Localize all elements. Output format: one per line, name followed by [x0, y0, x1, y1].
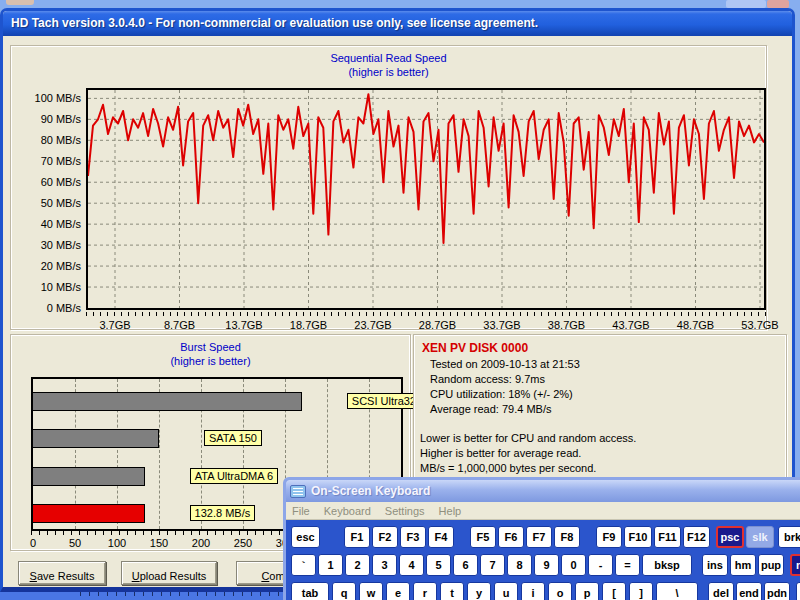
sequential-chart-title: Sequential Read Speed (higher is better): [11, 46, 766, 79]
x-tick-label: 8.7GB: [164, 319, 195, 331]
osk-key-0[interactable]: 0: [561, 554, 586, 576]
osk-key--[interactable]: -: [588, 554, 613, 576]
burst-x-tick-label: 250: [234, 537, 252, 549]
osk-key-psc[interactable]: psc: [716, 526, 744, 548]
osk-key-u[interactable]: u: [494, 582, 518, 600]
sequential-chart-title-line1: Sequential Read Speed: [11, 51, 766, 65]
osk-key-9[interactable]: 9: [534, 554, 559, 576]
osk-key-F7[interactable]: F7: [526, 526, 552, 548]
osk-key-2[interactable]: 2: [345, 554, 370, 576]
osk-menu-file[interactable]: File: [292, 505, 310, 517]
osk-key-nlk[interactable]: nlk: [790, 554, 800, 576]
burst-chart-title: Burst Speed (higher is better): [11, 335, 410, 368]
osk-key-][interactable]: ]: [629, 582, 653, 600]
osk-key-w[interactable]: w: [359, 582, 383, 600]
osk-key-ins[interactable]: ins: [702, 554, 728, 576]
osk-key-t[interactable]: t: [440, 582, 464, 600]
osk-key-7[interactable]: 7: [480, 554, 505, 576]
info-line: Average read: 79.4 MB/s: [414, 402, 786, 417]
osk-key-row: tabqwertyuiop[]\delendpdn7: [291, 582, 800, 600]
x-tick-label: 28.7GB: [419, 319, 456, 331]
y-tick-label: 20 MB/s: [11, 260, 81, 272]
hdtach-window-title: HD Tach version 3.0.4.0 - For non-commer…: [11, 16, 538, 30]
osk-key-F11[interactable]: F11: [654, 526, 681, 548]
osk-key-1[interactable]: 1: [318, 554, 343, 576]
y-tick-label: 60 MB/s: [11, 176, 81, 188]
x-tick-label: 48.7GB: [677, 319, 714, 331]
hdtach-titlebar[interactable]: HD Tach version 3.0.4.0 - For non-commer…: [3, 11, 792, 36]
osk-key-8[interactable]: 8: [507, 554, 532, 576]
upload-results-button[interactable]: Upload Results: [121, 561, 217, 585]
x-tick-label: 13.7GB: [225, 319, 262, 331]
osk-key-F1[interactable]: F1: [344, 526, 370, 548]
y-tick-label: 100 MB/s: [11, 92, 81, 104]
osk-key-F5[interactable]: F5: [470, 526, 496, 548]
osk-titlebar[interactable]: On-Screen Keyboard: [286, 480, 800, 502]
osk-key-=[interactable]: =: [615, 554, 640, 576]
burst-bar-label: 132.8 MB/s: [190, 505, 256, 521]
result-lines: Tested on 2009-10-13 at 21:53Random acce…: [414, 357, 786, 417]
osk-key-pup[interactable]: pup: [758, 554, 784, 576]
info-line: Higher is better for average read.: [414, 446, 786, 461]
osk-key-5[interactable]: 5: [426, 554, 451, 576]
y-tick-label: 10 MB/s: [11, 281, 81, 293]
x-tick-label: 18.7GB: [290, 319, 327, 331]
osk-key-`[interactable]: `: [291, 554, 316, 576]
burst-bar-0: [33, 392, 302, 411]
osk-key-F12[interactable]: F12: [683, 526, 710, 548]
osk-menu-bar: FileKeyboardSettingsHelp: [286, 502, 800, 520]
osk-key-4[interactable]: 4: [399, 554, 424, 576]
osk-key-F2[interactable]: F2: [372, 526, 398, 548]
osk-key-F6[interactable]: F6: [498, 526, 524, 548]
osk-key-end[interactable]: end: [736, 582, 762, 600]
osk-key-brk[interactable]: brk: [778, 526, 800, 548]
sequential-plot-area: [86, 88, 766, 310]
sequential-x-axis-labels: 3.7GB8.7GB13.7GB18.7GB23.7GB28.7GB33.7GB…: [86, 319, 768, 333]
sequential-read-panel: Sequential Read Speed (higher is better)…: [10, 45, 767, 330]
x-tick-label: 33.7GB: [483, 319, 520, 331]
osk-key-pdn[interactable]: pdn: [764, 582, 790, 600]
y-tick-label: 70 MB/s: [11, 155, 81, 167]
osk-menu-settings[interactable]: Settings: [385, 505, 425, 517]
osk-key-F10[interactable]: F10: [624, 526, 652, 548]
osk-menu-keyboard[interactable]: Keyboard: [324, 505, 371, 517]
osk-key-i[interactable]: i: [521, 582, 545, 600]
osk-key-row: `1234567890-=bkspinshmpupnlk: [291, 554, 800, 576]
osk-key-slk[interactable]: slk: [746, 526, 774, 548]
osk-key-y[interactable]: y: [467, 582, 491, 600]
osk-key-q[interactable]: q: [332, 582, 356, 600]
osk-key-[[interactable]: [: [602, 582, 626, 600]
osk-key-e[interactable]: e: [386, 582, 410, 600]
x-tick-label: 53.7GB: [741, 319, 778, 331]
osk-key-bksp[interactable]: bksp: [642, 554, 692, 576]
osk-key-F4[interactable]: F4: [428, 526, 454, 548]
background-window-button-fragment: [726, 0, 766, 8]
osk-key-7[interactable]: 7: [796, 582, 800, 600]
osk-key-tab[interactable]: tab: [291, 582, 329, 600]
background-window-fragment: [6, 0, 34, 5]
save-results-button[interactable]: Save Results: [18, 561, 106, 585]
x-tick-label: 43.7GB: [612, 319, 649, 331]
osk-key-p[interactable]: p: [575, 582, 599, 600]
osk-key-hm[interactable]: hm: [730, 554, 756, 576]
osk-menu-help[interactable]: Help: [439, 505, 462, 517]
info-line: Tested on 2009-10-13 at 21:53: [414, 357, 786, 372]
osk-key-o[interactable]: o: [548, 582, 572, 600]
burst-chart-title-line1: Burst Speed: [11, 340, 410, 354]
osk-key-r[interactable]: r: [413, 582, 437, 600]
osk-key-F9[interactable]: F9: [596, 526, 622, 548]
osk-key-3[interactable]: 3: [372, 554, 397, 576]
sequential-x-axis-minor-ticks: [86, 312, 768, 316]
osk-key-F8[interactable]: F8: [554, 526, 580, 548]
y-tick-label: 30 MB/s: [11, 239, 81, 251]
on-screen-keyboard-window: On-Screen Keyboard FileKeyboardSettingsH…: [283, 477, 800, 600]
osk-key-row: escF1F2F3F4F5F6F7F8F9F10F11F12pscslkbrk: [291, 526, 800, 548]
osk-key-F3[interactable]: F3: [400, 526, 426, 548]
info-line: MB/s = 1,000,000 bytes per second.: [414, 461, 786, 476]
osk-key-\[interactable]: \: [656, 582, 698, 600]
osk-key-esc[interactable]: esc: [291, 526, 320, 548]
osk-key-area: escF1F2F3F4F5F6F7F8F9F10F11F12pscslkbrk`…: [286, 520, 800, 600]
osk-key-del[interactable]: del: [708, 582, 734, 600]
osk-key-6[interactable]: 6: [453, 554, 478, 576]
keyboard-icon: [290, 485, 306, 498]
